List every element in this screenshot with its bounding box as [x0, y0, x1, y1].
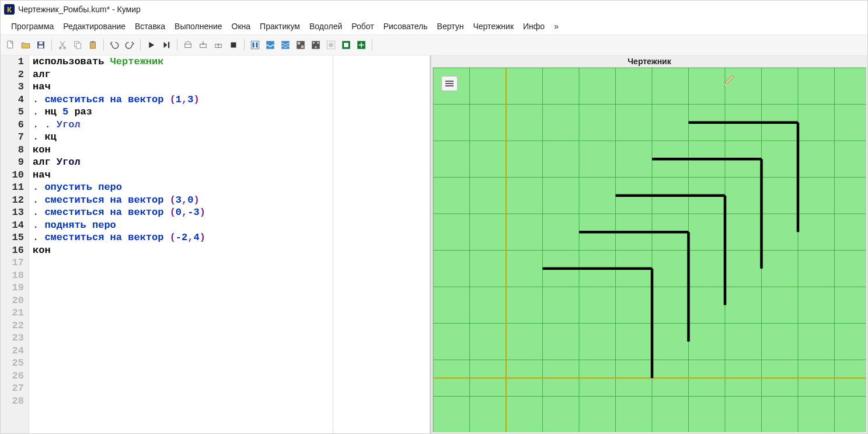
code-line[interactable]	[29, 269, 333, 282]
menu-8[interactable]: Рисователь	[379, 20, 433, 32]
code-line[interactable]: . . Угол	[29, 119, 333, 131]
line-number: 25	[1, 357, 29, 370]
step-into-icon[interactable]	[197, 39, 210, 51]
actor-4-icon[interactable]	[294, 39, 307, 51]
line-number: 23	[1, 332, 29, 345]
code-line[interactable]: кон	[29, 244, 333, 257]
editor-pane: 1234567891011121314151617181920212223242…	[1, 55, 430, 433]
menu-5[interactable]: Практикум	[255, 20, 305, 32]
new-file-icon[interactable]	[4, 39, 17, 51]
save-file-icon[interactable]	[34, 39, 47, 51]
line-number: 12	[1, 194, 29, 207]
svg-rect-25	[317, 42, 319, 44]
code-line[interactable]: алг	[29, 68, 333, 81]
paste-icon[interactable]	[86, 39, 99, 51]
code-line[interactable]: . опустить перо	[29, 181, 333, 194]
step-over-icon[interactable]	[182, 39, 194, 51]
app-icon: К	[4, 4, 15, 15]
step-out-icon[interactable]	[212, 39, 225, 51]
code-line[interactable]	[29, 370, 333, 383]
menu-1[interactable]: Редактирование	[58, 20, 130, 32]
code-line[interactable]: нач	[29, 81, 333, 93]
code-line[interactable]: . сместиться на вектор (0,-3)	[29, 206, 333, 219]
run-step-icon[interactable]	[160, 39, 173, 51]
copy-icon[interactable]	[71, 39, 84, 51]
menu-0[interactable]: Программа	[6, 20, 58, 32]
line-number: 14	[1, 219, 29, 232]
code-line[interactable]: . нц 5 раз	[29, 106, 333, 119]
menu-11[interactable]: Инфо	[518, 20, 549, 32]
code-line[interactable]	[29, 332, 333, 345]
code-line[interactable]: . сместиться на вектор (3,0)	[29, 194, 333, 207]
actor-7-icon[interactable]	[340, 39, 353, 51]
content-area: 1234567891011121314151617181920212223242…	[1, 55, 867, 433]
code-line[interactable]	[29, 320, 333, 332]
canvas-pane: Чертежник	[430, 55, 867, 433]
drawing-canvas[interactable]	[433, 67, 866, 432]
actor-6-icon[interactable]	[325, 39, 337, 51]
actor-1-icon[interactable]	[249, 39, 262, 51]
code-line[interactable]: нач	[29, 169, 333, 182]
code-line[interactable]	[29, 294, 333, 307]
code-line[interactable]: . кц	[29, 131, 333, 144]
code-line[interactable]	[29, 345, 333, 357]
main-window: К Чертежник_Ромбы.kum* - Кумир Программа…	[0, 0, 868, 434]
code-line[interactable]	[29, 282, 333, 294]
menu-6[interactable]: Водолей	[305, 20, 347, 32]
line-number: 26	[1, 370, 29, 383]
stop-icon[interactable]	[227, 39, 240, 51]
menu-3[interactable]: Выполнение	[170, 20, 226, 32]
actor-8-icon[interactable]	[355, 39, 368, 51]
line-number: 10	[1, 169, 29, 182]
code-line[interactable]	[29, 382, 333, 395]
code-editor[interactable]: использовать Чертежникалгнач. сместиться…	[29, 55, 333, 433]
toolbar-separator	[51, 39, 52, 51]
line-number: 22	[1, 320, 29, 332]
toolbar-separator	[177, 39, 177, 51]
line-number: 8	[1, 144, 29, 157]
line-number: 19	[1, 282, 29, 294]
line-number: 18	[1, 269, 29, 282]
menu-2[interactable]: Вставка	[130, 20, 170, 32]
undo-icon[interactable]	[108, 39, 121, 51]
code-line[interactable]	[29, 256, 333, 269]
svg-rect-8	[90, 42, 96, 48]
code-line[interactable]: . сместиться на вектор (1,3)	[29, 93, 333, 106]
line-number: 20	[1, 294, 29, 307]
line-number: 9	[1, 156, 29, 169]
toolbar-separator	[244, 39, 245, 51]
run-icon[interactable]	[145, 39, 158, 51]
actor-2-icon[interactable]	[264, 39, 277, 51]
svg-rect-22	[301, 46, 304, 48]
menu-10[interactable]: Чертежник	[468, 20, 518, 32]
code-line[interactable]: алг Угол	[29, 156, 333, 169]
code-line[interactable]: кон	[29, 144, 333, 157]
line-number: 2	[1, 68, 29, 81]
line-number: 3	[1, 81, 29, 93]
code-line[interactable]	[29, 307, 333, 320]
code-line[interactable]: . поднять перо	[29, 219, 333, 232]
svg-rect-14	[231, 43, 236, 48]
window-title: Чертежник_Ромбы.kum* - Кумир	[18, 5, 141, 14]
line-number: 7	[1, 131, 29, 144]
canvas-menu-button[interactable]	[441, 76, 458, 91]
redo-icon[interactable]	[123, 39, 136, 51]
menu-9[interactable]: Вертун	[433, 20, 469, 32]
line-number-gutter: 1234567891011121314151617181920212223242…	[1, 55, 29, 433]
code-line[interactable]: . сместиться на вектор (-2,4)	[29, 231, 333, 244]
cut-icon[interactable]	[56, 39, 69, 51]
code-line[interactable]	[29, 357, 333, 370]
menu-4[interactable]: Окна	[227, 20, 256, 32]
menu-12[interactable]: »	[549, 20, 563, 32]
grid-svg	[433, 68, 866, 432]
menu-7[interactable]: Робот	[347, 20, 378, 32]
line-number: 13	[1, 206, 29, 219]
code-line[interactable]: использовать Чертежник	[29, 55, 333, 68]
line-number: 16	[1, 244, 29, 257]
actor-3-icon[interactable]	[279, 39, 292, 51]
open-file-icon[interactable]	[19, 39, 32, 51]
code-line[interactable]	[29, 395, 333, 408]
svg-rect-3	[39, 46, 43, 48]
actor-5-icon[interactable]	[309, 39, 322, 51]
editor-extra-column	[333, 55, 430, 433]
